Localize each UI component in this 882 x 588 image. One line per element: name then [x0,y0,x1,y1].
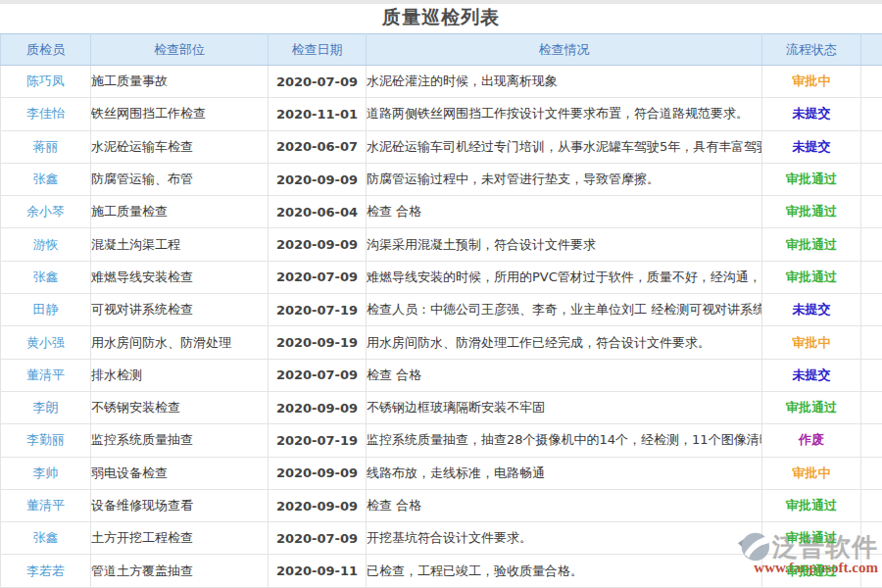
col-header-clipped [861,34,882,66]
col-header-part: 检查部位 [91,34,269,66]
inspection-part: 混凝土沟渠工程 [91,228,269,261]
inspection-situation: 不锈钢边框玻璃隔断安装不牢固 [367,391,762,423]
inspection-part: 可视对讲系统检查 [91,294,269,326]
inspector-cell: 陈巧凤 [1,66,91,98]
status-badge[interactable]: 审批中 [793,466,831,480]
clipped-cell [861,359,882,391]
inspection-part: 排水检测 [91,359,269,391]
clipped-cell [861,294,882,326]
inspection-part: 铁丝网围挡工作检查 [91,98,269,130]
inspector-link[interactable]: 李佳怡 [26,106,65,121]
inspector-cell: 余小琴 [1,196,91,228]
inspector-link[interactable]: 余小琴 [26,204,65,219]
status-badge[interactable]: 审批通过 [786,237,837,252]
status-badge[interactable]: 审批通过 [786,172,837,186]
col-header-inspector: 质检员 [1,34,91,66]
table-row: 李佳怡铁丝网围挡工作检查2020-11-01道路两侧铁丝网围挡工作按设计文件要求… [1,98,882,130]
status-badge[interactable]: 未提交 [793,368,831,382]
inspector-link[interactable]: 田静 [33,302,59,317]
inspection-situation: 沟渠采用混凝土预制，符合设计文件要求 [367,228,762,261]
inspection-situation: 检查 合格 [367,196,762,228]
inspection-part: 管道土方覆盖抽查 [91,555,269,587]
inspection-table: 质检员 检查部位 检查日期 检查情况 流程状态 陈巧凤施工质量事故2020-07… [0,33,882,588]
clipped-cell [861,261,882,293]
inspection-part: 监控系统质量抽查 [91,424,269,457]
status-badge[interactable]: 审批通过 [786,270,837,284]
inspection-date: 2020-09-19 [269,326,367,359]
inspection-part: 不锈钢安装检查 [91,391,269,423]
status-badge[interactable]: 审批通过 [786,498,837,513]
inspection-date: 2020-11-01 [269,98,367,130]
inspector-cell: 李朗 [1,391,91,423]
status-cell: 未提交 [762,294,861,326]
table-row: 田静可视对讲系统检查2020-07-19检查人员：中德公司王彦强、李奇，业主单位… [1,294,882,326]
inspection-date: 2020-09-09 [269,163,367,195]
table-row: 游恢混凝土沟渠工程2020-09-09沟渠采用混凝土预制，符合设计文件要求审批通… [1,228,882,261]
status-badge[interactable]: 审批通过 [786,400,837,415]
clipped-cell [861,228,882,261]
table-header-row: 质检员 检查部位 检查日期 检查情况 流程状态 [1,34,882,66]
inspection-date: 2020-06-04 [269,196,367,228]
inspector-link[interactable]: 李若若 [26,564,65,578]
inspector-cell: 张鑫 [1,522,91,555]
inspector-link[interactable]: 董清平 [26,498,65,513]
inspection-situation: 已检查，工程已竣工，验收质量合格。 [367,555,762,587]
inspection-part: 土方开挖工程检查 [91,522,269,555]
inspection-date: 2020-07-19 [269,424,367,457]
inspection-date: 2020-09-09 [269,391,367,423]
table-row: 张鑫难燃导线安装检查2020-07-09难燃导线安装的时候，所用的PVC管材过于… [1,261,882,293]
inspector-link[interactable]: 游恢 [33,237,59,252]
inspector-link[interactable]: 蒋丽 [33,139,59,154]
inspector-link[interactable]: 黄小强 [26,335,65,350]
inspector-link[interactable]: 陈巧凤 [26,74,65,88]
status-cell: 审批通过 [762,261,861,293]
status-badge[interactable]: 作废 [799,432,824,447]
inspection-situation: 检查人员：中德公司王彦强、李奇，业主单位刘工 经检测可视对讲系统... [367,294,762,326]
inspector-link[interactable]: 张鑫 [33,530,59,545]
inspector-cell: 李勤丽 [1,424,91,457]
inspector-cell: 张鑫 [1,163,91,195]
inspector-link[interactable]: 董清平 [26,368,65,382]
inspection-situation: 道路两侧铁丝网围挡工作按设计文件要求布置，符合道路规范要求。 [367,98,762,130]
inspection-situation: 用水房间防水、防滑处理工作已经完成，符合设计文件要求。 [367,326,762,359]
table-row: 李若若管道土方覆盖抽查2020-09-11已检查，工程已竣工，验收质量合格。审批… [1,555,882,587]
status-badge[interactable]: 审批中 [793,74,831,88]
status-cell: 审批通过 [762,555,861,587]
clipped-cell [861,555,882,587]
status-cell: 审批中 [762,66,861,98]
status-badge[interactable]: 审批中 [793,335,831,350]
status-badge[interactable]: 审批通过 [786,530,837,545]
status-badge[interactable]: 审批通过 [786,204,837,219]
table-row: 余小琴施工质量检查2020-06-04检查 合格审批通过 [1,196,882,228]
inspector-link[interactable]: 李勤丽 [26,432,65,447]
inspector-link[interactable]: 张鑫 [33,172,59,186]
table-row: 黄小强用水房间防水、防滑处理2020-09-19用水房间防水、防滑处理工作已经完… [1,326,882,359]
inspection-date: 2020-07-19 [269,294,367,326]
status-badge[interactable]: 未提交 [793,139,831,154]
inspection-part: 难燃导线安装检查 [91,261,269,293]
status-badge[interactable]: 未提交 [793,302,831,317]
inspector-link[interactable]: 李帅 [33,466,59,480]
status-badge[interactable]: 未提交 [793,106,831,121]
inspector-cell: 游恢 [1,228,91,261]
clipped-cell [861,424,882,457]
clipped-cell [861,130,882,163]
inspection-date: 2020-06-07 [269,130,367,163]
inspection-situation: 防腐管运输过程中，未对管进行垫支，导致管摩擦。 [367,163,762,195]
inspector-cell: 蒋丽 [1,130,91,163]
clipped-cell [861,457,882,489]
table-row: 陈巧凤施工质量事故2020-07-09水泥砼灌注的时候，出现离析现象审批中 [1,66,882,98]
inspection-situation: 检查 合格 [367,489,762,521]
status-cell: 审批通过 [762,163,861,195]
col-header-date: 检查日期 [269,34,367,66]
clipped-cell [861,489,882,521]
status-badge[interactable]: 审批通过 [786,564,837,578]
table-row: 董清平设备维修现场查看2020-09-09检查 合格审批通过 [1,489,882,521]
inspector-link[interactable]: 李朗 [33,400,59,415]
inspection-part: 施工质量事故 [91,66,269,98]
inspection-situation: 检查 合格 [367,359,762,391]
table-row: 蒋丽水泥砼运输车检查2020-06-07水泥砼运输车司机经过专门培训，从事水泥罐… [1,130,882,163]
status-cell: 审批中 [762,457,861,489]
inspector-cell: 李佳怡 [1,98,91,130]
inspector-link[interactable]: 张鑫 [33,270,59,284]
